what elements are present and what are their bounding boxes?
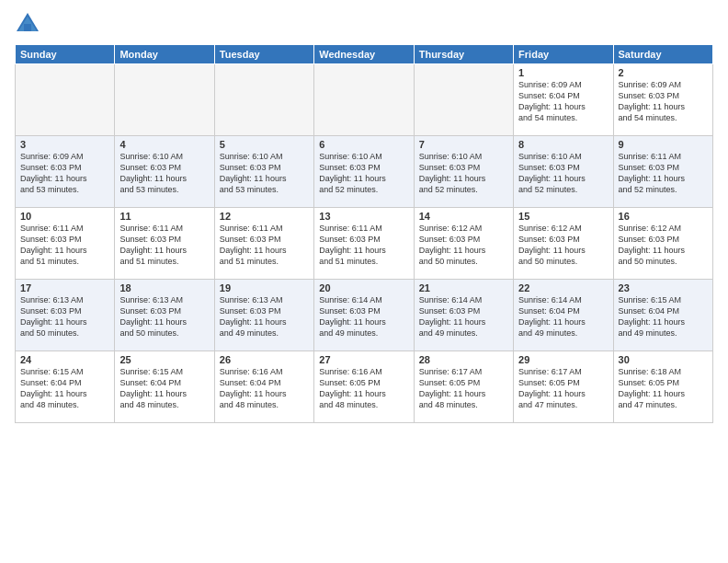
calendar-header-sunday: Sunday — [16, 45, 115, 64]
calendar-cell-1-7: 2Sunrise: 6:09 AM Sunset: 6:03 PM Daylig… — [613, 64, 712, 136]
calendar-header-monday: Monday — [115, 45, 214, 64]
calendar-cell-5-5: 28Sunrise: 6:17 AM Sunset: 6:05 PM Dayli… — [414, 351, 513, 423]
logo — [15, 11, 44, 37]
day-number: 24 — [20, 354, 109, 365]
day-number: 6 — [319, 139, 408, 150]
calendar-week-2: 3Sunrise: 6:09 AM Sunset: 6:03 PM Daylig… — [16, 136, 713, 208]
day-number: 23 — [619, 282, 708, 293]
calendar-cell-4-2: 18Sunrise: 6:13 AM Sunset: 6:03 PM Dayli… — [115, 280, 214, 351]
day-info: Sunrise: 6:15 AM Sunset: 6:04 PM Dayligh… — [119, 366, 209, 411]
day-number: 16 — [619, 211, 708, 222]
calendar-cell-3-3: 12Sunrise: 6:11 AM Sunset: 6:03 PM Dayli… — [214, 208, 313, 280]
calendar-cell-2-4: 6Sunrise: 6:10 AM Sunset: 6:03 PM Daylig… — [314, 136, 414, 208]
day-info: Sunrise: 6:18 AM Sunset: 6:05 PM Dayligh… — [619, 366, 708, 411]
calendar-cell-4-5: 21Sunrise: 6:14 AM Sunset: 6:03 PM Dayli… — [414, 280, 513, 351]
day-info: Sunrise: 6:13 AM Sunset: 6:03 PM Dayligh… — [119, 294, 209, 339]
calendar-cell-3-5: 14Sunrise: 6:12 AM Sunset: 6:03 PM Dayli… — [414, 208, 513, 280]
day-info: Sunrise: 6:11 AM Sunset: 6:03 PM Dayligh… — [319, 223, 408, 268]
calendar-cell-4-4: 20Sunrise: 6:14 AM Sunset: 6:03 PM Dayli… — [314, 280, 414, 351]
day-info: Sunrise: 6:11 AM Sunset: 6:03 PM Dayligh… — [20, 223, 109, 268]
day-info: Sunrise: 6:10 AM Sunset: 6:03 PM Dayligh… — [220, 151, 309, 196]
day-info: Sunrise: 6:14 AM Sunset: 6:03 PM Dayligh… — [419, 294, 508, 339]
calendar-cell-5-6: 29Sunrise: 6:17 AM Sunset: 6:05 PM Dayli… — [514, 351, 613, 423]
day-number: 1 — [518, 67, 608, 78]
day-number: 12 — [220, 211, 309, 222]
calendar-cell-1-5 — [414, 64, 513, 136]
day-info: Sunrise: 6:16 AM Sunset: 6:04 PM Dayligh… — [220, 366, 309, 411]
day-number: 2 — [619, 67, 708, 78]
day-info: Sunrise: 6:14 AM Sunset: 6:04 PM Dayligh… — [518, 294, 608, 339]
calendar-cell-5-4: 27Sunrise: 6:16 AM Sunset: 6:05 PM Dayli… — [314, 351, 414, 423]
calendar-cell-5-7: 30Sunrise: 6:18 AM Sunset: 6:05 PM Dayli… — [613, 351, 712, 423]
calendar-header-tuesday: Tuesday — [214, 45, 313, 64]
calendar-cell-1-6: 1Sunrise: 6:09 AM Sunset: 6:04 PM Daylig… — [514, 64, 613, 136]
day-number: 19 — [220, 282, 309, 293]
day-info: Sunrise: 6:09 AM Sunset: 6:04 PM Dayligh… — [518, 79, 608, 124]
calendar-header-thursday: Thursday — [414, 45, 513, 64]
calendar-cell-2-6: 8Sunrise: 6:10 AM Sunset: 6:03 PM Daylig… — [514, 136, 613, 208]
day-number: 22 — [518, 282, 608, 293]
calendar-cell-2-1: 3Sunrise: 6:09 AM Sunset: 6:03 PM Daylig… — [16, 136, 115, 208]
day-info: Sunrise: 6:13 AM Sunset: 6:03 PM Dayligh… — [220, 294, 309, 339]
day-number: 30 — [619, 354, 708, 365]
day-number: 18 — [119, 282, 209, 293]
day-info: Sunrise: 6:11 AM Sunset: 6:03 PM Dayligh… — [119, 223, 209, 268]
day-info: Sunrise: 6:11 AM Sunset: 6:03 PM Dayligh… — [619, 151, 708, 196]
day-number: 26 — [220, 354, 309, 365]
day-number: 21 — [419, 282, 508, 293]
calendar-header-row: SundayMondayTuesdayWednesdayThursdayFrid… — [16, 45, 713, 64]
day-info: Sunrise: 6:16 AM Sunset: 6:05 PM Dayligh… — [319, 366, 408, 411]
day-number: 13 — [319, 211, 408, 222]
calendar-cell-3-4: 13Sunrise: 6:11 AM Sunset: 6:03 PM Dayli… — [314, 208, 414, 280]
day-number: 29 — [518, 354, 608, 365]
day-number: 25 — [119, 354, 209, 365]
day-info: Sunrise: 6:10 AM Sunset: 6:03 PM Dayligh… — [419, 151, 508, 196]
calendar-cell-4-7: 23Sunrise: 6:15 AM Sunset: 6:04 PM Dayli… — [613, 280, 712, 351]
day-info: Sunrise: 6:09 AM Sunset: 6:03 PM Dayligh… — [20, 151, 109, 196]
day-number: 15 — [518, 211, 608, 222]
day-number: 11 — [119, 211, 209, 222]
day-number: 3 — [20, 139, 109, 150]
logo-icon — [15, 11, 40, 37]
calendar-table: SundayMondayTuesdayWednesdayThursdayFrid… — [15, 44, 713, 423]
calendar-cell-5-3: 26Sunrise: 6:16 AM Sunset: 6:04 PM Dayli… — [214, 351, 313, 423]
day-number: 9 — [619, 139, 708, 150]
day-number: 14 — [419, 211, 508, 222]
calendar-cell-5-1: 24Sunrise: 6:15 AM Sunset: 6:04 PM Dayli… — [16, 351, 115, 423]
day-info: Sunrise: 6:09 AM Sunset: 6:03 PM Dayligh… — [619, 79, 708, 124]
day-info: Sunrise: 6:15 AM Sunset: 6:04 PM Dayligh… — [20, 366, 109, 411]
page: SundayMondayTuesdayWednesdayThursdayFrid… — [0, 0, 728, 563]
day-number: 4 — [119, 139, 209, 150]
calendar-week-1: 1Sunrise: 6:09 AM Sunset: 6:04 PM Daylig… — [16, 64, 713, 136]
calendar-header-friday: Friday — [514, 45, 613, 64]
day-info: Sunrise: 6:17 AM Sunset: 6:05 PM Dayligh… — [419, 366, 508, 411]
day-number: 27 — [319, 354, 408, 365]
day-info: Sunrise: 6:17 AM Sunset: 6:05 PM Dayligh… — [518, 366, 608, 411]
calendar-cell-2-5: 7Sunrise: 6:10 AM Sunset: 6:03 PM Daylig… — [414, 136, 513, 208]
calendar-cell-4-1: 17Sunrise: 6:13 AM Sunset: 6:03 PM Dayli… — [16, 280, 115, 351]
calendar-cell-3-6: 15Sunrise: 6:12 AM Sunset: 6:03 PM Dayli… — [514, 208, 613, 280]
calendar-cell-5-2: 25Sunrise: 6:15 AM Sunset: 6:04 PM Dayli… — [115, 351, 214, 423]
calendar-header-wednesday: Wednesday — [314, 45, 414, 64]
calendar-cell-3-2: 11Sunrise: 6:11 AM Sunset: 6:03 PM Dayli… — [115, 208, 214, 280]
day-number: 28 — [419, 354, 508, 365]
day-number: 7 — [419, 139, 508, 150]
day-number: 8 — [518, 139, 608, 150]
calendar-cell-1-4 — [314, 64, 414, 136]
day-number: 10 — [20, 211, 109, 222]
day-number: 20 — [319, 282, 408, 293]
calendar-cell-1-1 — [16, 64, 115, 136]
calendar-cell-1-3 — [214, 64, 313, 136]
calendar-cell-3-7: 16Sunrise: 6:12 AM Sunset: 6:03 PM Dayli… — [613, 208, 712, 280]
day-info: Sunrise: 6:11 AM Sunset: 6:03 PM Dayligh… — [220, 223, 309, 268]
calendar-week-5: 24Sunrise: 6:15 AM Sunset: 6:04 PM Dayli… — [16, 351, 713, 423]
day-info: Sunrise: 6:10 AM Sunset: 6:03 PM Dayligh… — [518, 151, 608, 196]
day-info: Sunrise: 6:12 AM Sunset: 6:03 PM Dayligh… — [619, 223, 708, 268]
calendar-cell-2-3: 5Sunrise: 6:10 AM Sunset: 6:03 PM Daylig… — [214, 136, 313, 208]
day-info: Sunrise: 6:12 AM Sunset: 6:03 PM Dayligh… — [419, 223, 508, 268]
calendar-header-saturday: Saturday — [613, 45, 712, 64]
calendar-cell-4-3: 19Sunrise: 6:13 AM Sunset: 6:03 PM Dayli… — [214, 280, 313, 351]
day-info: Sunrise: 6:12 AM Sunset: 6:03 PM Dayligh… — [518, 223, 608, 268]
calendar-cell-1-2 — [115, 64, 214, 136]
day-number: 5 — [220, 139, 309, 150]
